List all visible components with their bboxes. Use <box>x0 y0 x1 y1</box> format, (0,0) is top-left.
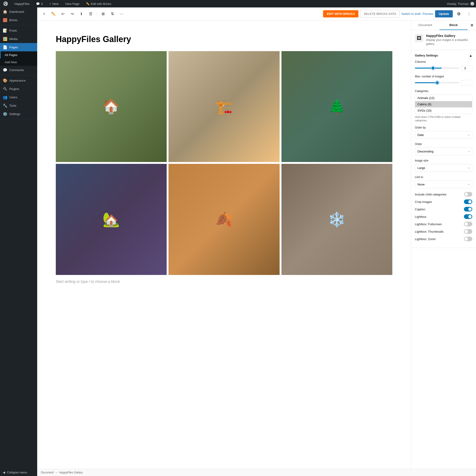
more-menu-button[interactable]: ⋯ <box>117 10 126 18</box>
view-page-link[interactable]: View Page <box>64 2 81 6</box>
order-by-select[interactable]: Date Title Random <box>415 131 472 139</box>
panel-tabs: Document Block ✕ <box>411 20 476 30</box>
template-icon: ⊞ <box>102 12 105 16</box>
more-options-button[interactable]: ⋮ <box>465 10 473 18</box>
user-avatar <box>470 2 474 6</box>
max-images-slider[interactable] <box>415 82 459 83</box>
comments-link[interactable]: 💬 0 <box>35 2 44 6</box>
wp-logo-icon <box>3 1 8 6</box>
site-name-link[interactable]: HappyFiles <box>13 2 31 6</box>
columns-number-input[interactable] <box>461 65 472 71</box>
section-header: Gallery Settings ▲ <box>415 54 472 57</box>
tools-button[interactable]: ✏️ <box>49 10 58 18</box>
gallery-image-1[interactable] <box>56 51 167 162</box>
section-collapse-button[interactable]: ▲ <box>469 54 472 57</box>
max-images-number-input[interactable] <box>461 80 472 86</box>
start-writing-hint[interactable]: Start writing or type / to choose a bloc… <box>56 280 392 284</box>
sidebar-item-bricks[interactable]: 🧱 Bricks <box>0 16 37 24</box>
panel-close-button[interactable]: ✕ <box>468 21 476 30</box>
content-panel: HappyFiles Gallery Start writing or type… <box>37 20 476 469</box>
toggle-lightbox-zoom: Lightbox: Zoom <box>415 237 472 241</box>
toggle-caption-switch[interactable] <box>464 207 472 211</box>
tab-document[interactable]: Document <box>411 20 440 30</box>
new-content-link[interactable]: + New <box>48 2 60 6</box>
collapse-icon: ◀ <box>3 471 5 474</box>
max-images-field: Max. number of images <box>415 75 472 86</box>
delete-bricks-button[interactable]: DELETE BRICKS DATA <box>360 10 400 18</box>
sidebar-item-appearance[interactable]: 🎨 Appearance <box>0 76 37 85</box>
sidebar-item-pages[interactable]: 📄 Pages <box>0 43 37 51</box>
breadcrumb-page-name: HappyFiles Gallery <box>59 471 83 474</box>
gallery-image-2[interactable] <box>169 51 279 162</box>
max-images-label: Max. number of images <box>415 75 472 78</box>
order-by-field: Order by Date Title Random <box>415 126 472 139</box>
sidebar-item-settings[interactable]: ⚙️ Settings <box>0 110 37 118</box>
sidebar-item-media[interactable]: 🖼️ Media <box>0 35 37 43</box>
gallery-image-3[interactable] <box>281 51 392 162</box>
categories-label: Categories <box>415 89 472 93</box>
page-content[interactable]: HappyFiles Gallery Start writing or type… <box>37 20 411 469</box>
template-button[interactable]: ⊞ <box>99 10 107 18</box>
collapse-menu-button[interactable]: ◀ Collapse menu <box>0 469 37 476</box>
plugins-icon: 🔌 <box>3 86 7 91</box>
gallery-image-6[interactable] <box>281 164 392 275</box>
preview-button[interactable]: Preview <box>423 12 433 16</box>
order-select[interactable]: Descending Ascending <box>415 148 472 155</box>
sidebar: 🏠 Dashboard 🧱 Bricks 📝 Posts 🖼️ Media 📄 … <box>0 7 37 476</box>
gallery-image-5[interactable] <box>169 164 279 275</box>
sidebar-item-posts[interactable]: 📝 Posts <box>0 26 37 35</box>
columns-slider[interactable] <box>415 68 459 68</box>
undo-icon: ↩ <box>61 12 64 16</box>
block-description: Display your images in a beautiful galle… <box>426 38 472 46</box>
toggle-lightbox-fullscreen-switch[interactable] <box>464 222 472 226</box>
update-button[interactable]: Update <box>435 10 453 17</box>
edit-bricks-button[interactable]: EDIT WITH BRICKS <box>323 10 358 17</box>
toggle-lightbox-zoom-label: Lightbox: Zoom <box>415 237 436 241</box>
toggle-crop-images-label: Crop images <box>415 200 432 204</box>
toggle-crop-images-switch[interactable] <box>464 199 472 204</box>
add-block-button[interactable]: ＋ <box>40 10 48 18</box>
toggle-lightbox-zoom-switch[interactable] <box>464 237 472 241</box>
media-icon: 🖼️ <box>3 36 7 41</box>
info-button[interactable]: ℹ <box>77 10 85 18</box>
sidebar-item-dashboard[interactable]: 🏠 Dashboard <box>0 7 37 16</box>
gallery-image-4[interactable] <box>56 164 167 275</box>
breadcrumb-document: Document <box>41 471 54 474</box>
toggle-lightbox-thumbnails-label: Lightbox: Thumbnails <box>415 230 443 233</box>
category-item-svgs[interactable]: SVGs (10) <box>415 107 472 114</box>
plus-icon: ＋ <box>42 11 46 16</box>
sidebar-item-all-pages[interactable]: All Pages <box>0 51 37 59</box>
tab-block[interactable]: Block <box>440 20 468 30</box>
sidebar-item-users[interactable]: 👥 Users <box>0 93 37 101</box>
info-icon: ℹ <box>81 12 82 16</box>
switch-draft-button[interactable]: Switch to draft <box>401 12 421 16</box>
columns-label: Columns <box>415 60 472 64</box>
redo-button[interactable]: ↪ <box>68 10 76 18</box>
pages-icon: 📄 <box>3 45 7 50</box>
undo-button[interactable]: ↩ <box>59 10 67 18</box>
toolbar-right: EDIT WITH BRICKS DELETE BRICKS DATA Swit… <box>323 10 473 18</box>
toggle-include-child-switch[interactable] <box>464 192 472 197</box>
list-view-button[interactable]: ☰ <box>86 10 95 18</box>
page-title: HappyFiles Gallery <box>56 34 392 44</box>
toggle-lightbox-thumbnails-switch[interactable] <box>464 229 472 234</box>
toggle-lightbox-fullscreen: Lightbox: Fullscreen <box>415 222 472 226</box>
toggle-lightbox-fullscreen-label: Lightbox: Fullscreen <box>415 222 442 226</box>
settings-icon: ⚙️ <box>3 112 7 116</box>
max-images-slider-container <box>415 80 472 86</box>
toggle-include-child-label: Include child categories <box>415 193 446 196</box>
edit-with-bricks-link[interactable]: ✏️ Edit with Bricks <box>85 2 113 6</box>
settings-panel-button[interactable]: ⚙ <box>455 10 463 18</box>
sidebar-item-comments[interactable]: 💬 Comments <box>0 66 37 74</box>
sidebar-item-tools[interactable]: 🔧 Tools <box>0 101 37 110</box>
toggle-lightbox-switch[interactable] <box>464 214 472 219</box>
gallery-block-icon: 🖼 <box>417 35 421 41</box>
wp-logo-link[interactable] <box>2 1 9 6</box>
sidebar-item-plugins[interactable]: 🔌 Plugins <box>0 85 37 93</box>
category-item-animals[interactable]: Animals (12) <box>415 95 472 101</box>
link-to-select[interactable]: None Media File Attachment Page <box>415 181 472 188</box>
category-item-cabins[interactable]: Cabins (6) <box>415 101 472 107</box>
image-size-select[interactable]: Large Medium Thumbnail Full <box>415 164 472 172</box>
sidebar-item-add-new[interactable]: Add New <box>0 59 37 66</box>
more-options-small-button[interactable]: ⇅ <box>108 10 117 18</box>
